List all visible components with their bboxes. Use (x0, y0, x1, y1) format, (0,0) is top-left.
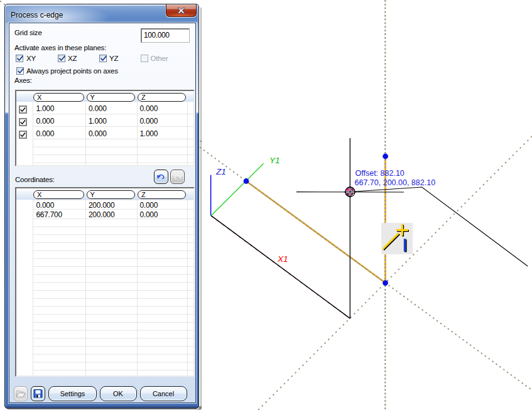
svg-text:667.70, 200.00, 882.10: 667.70, 200.00, 882.10 (355, 178, 436, 187)
svg-text:Offset: 882.10: Offset: 882.10 (356, 169, 404, 178)
svg-text:Z1: Z1 (215, 167, 226, 176)
svg-text:X1: X1 (277, 254, 288, 264)
svg-text:Y1: Y1 (269, 156, 280, 165)
